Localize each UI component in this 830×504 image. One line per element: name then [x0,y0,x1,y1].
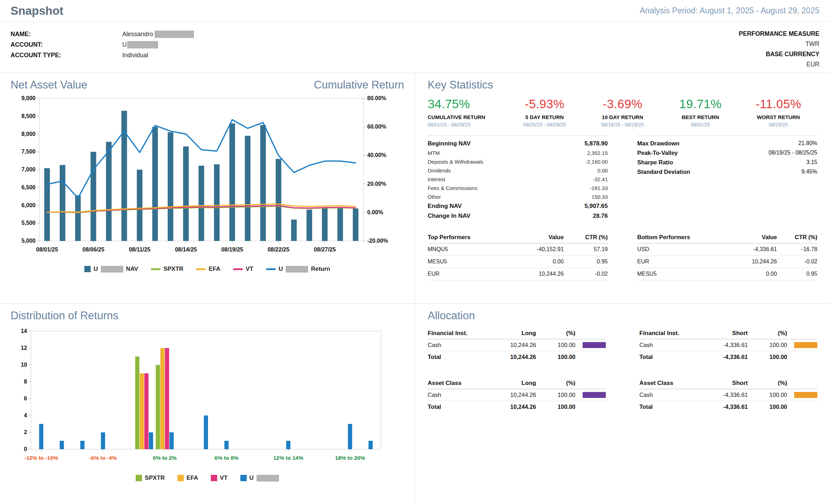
allocation-row-total: Total10,244.26100.00 [428,401,606,413]
svg-text:7,500: 7,500 [21,149,35,155]
allocation-grid: Financial Inst.Long(%)Cash10,244.26100.0… [428,328,817,413]
allocation-row-pct: 100.00 [536,404,576,410]
stat-best-return: 19.71%BEST RETURN08/01/25 [661,97,739,127]
stat-period: 08/25/25 - 08/29/25 [506,122,584,127]
performer-symbol: USD [637,243,732,256]
redacted-text [127,41,158,48]
legend-swatch-icon [266,268,276,270]
allocation-row-cash: Cash-4,336.61100.00 [640,339,818,351]
page-title: Snapshot [11,4,63,18]
svg-text:4: 4 [24,412,27,418]
nav-detail-table: Beginning NAV5,878.90MTM2,352.15Deposits… [428,135,608,221]
nav-section-titles: Net Asset Value Cumulative Return [11,79,404,91]
performers-section: Top PerformersValueCTR (%)MNQU5-40,152.9… [428,231,817,280]
redacted-text [257,475,279,482]
performer-value: 10,244.26 [511,268,564,280]
key-stats-headline: 34.75%CUMULATIVE RETURN08/01/25 - 08/29/… [428,97,817,127]
svg-text:5,000: 5,000 [21,238,35,244]
svg-text:6,500: 6,500 [21,184,35,190]
top-performers-table: Top PerformersValueCTR (%)MNQU5-40,152.9… [428,231,608,280]
performer-value: 0.00 [732,268,777,280]
svg-text:10: 10 [21,362,27,368]
nav-detail-row-deposits-withdrawals: Deposits & Withdrawals-2,160.00 [428,157,608,166]
allocation-row-value: -4,336.61 [686,392,748,398]
allocation-row-label: Cash [640,392,687,398]
allocation-row-pct: 100.00 [748,342,787,348]
stat-period: 08/01/25 - 08/29/25 [428,122,506,127]
legend-label: U [249,474,254,482]
key-stats-body: Beginning NAV5,878.90MTM2,352.15Deposits… [428,135,817,221]
distribution-title: Distribution of Returns [11,309,404,322]
legend-swatch-icon [211,475,217,481]
svg-text:08/01/25: 08/01/25 [36,247,58,253]
legend-item-vt: VT [211,474,228,482]
account-details: NAME:AlessandroACCOUNT:UACCOUNT TYPE:Ind… [11,29,194,73]
key-statistics-section: Key Statistics 34.75%CUMULATIVE RETURN08… [415,73,830,304]
risk-row-max-drawdown: Max Drawdown21.80% [637,139,818,148]
account-field-value: Individual [122,50,148,60]
column-header-bottom-performers: Bottom Performers [637,231,732,243]
allocation-row-total: Total-4,336.61100.00 [640,351,818,363]
legend-item-spxtr: SPXTR [136,474,165,482]
allocation-side-header: Short [686,380,748,387]
legend-item-efa: EFA [177,474,198,482]
legend-item-spxtr: SPXTR [151,266,183,273]
nav-detail-row-mtm: MTM2,352.15 [428,149,608,157]
svg-text:0% to 2%: 0% to 2% [153,455,177,461]
legend-swatch-icon [196,268,206,270]
stat-value: -3.69% [584,97,662,111]
account-row-account: ACCOUNT:U [11,39,194,50]
svg-text:9,000: 9,000 [21,95,35,101]
legend-label: Return [311,266,330,273]
row-value: -32.41 [593,176,608,182]
allocation-pct-header: (%) [536,380,576,387]
nav-detail-row-interest: Interest-32.41 [428,175,608,184]
distribution-section: Distribution of Returns 02468101214-12% … [0,304,415,504]
allocation-row-label: Total [640,404,687,410]
allocation-row-cash: Cash-4,336.61100.00 [640,389,818,401]
allocation-row-pct: 100.00 [536,392,576,398]
allocation-header-row: Asset ClassLong(%) [428,378,606,389]
legend-item-u-nav: UNAV [84,266,138,273]
account-field-value: U [122,39,158,50]
allocation-category-header: Asset Class [428,380,475,387]
nav-detail-row-beginning-nav: Beginning NAV5,878.90 [428,139,608,149]
column-header-ctr: CTR (%) [777,231,817,243]
legend-swatch-icon [233,268,243,270]
svg-text:6: 6 [24,395,27,401]
svg-text:7,000: 7,000 [21,166,35,172]
row-value: 5,907.65 [584,203,608,210]
svg-text:60.00%: 60.00% [367,124,386,130]
legend-label: EFA [187,474,198,482]
stat-label: 10 DAY RETURN [584,114,662,120]
legend-label: U [93,266,98,273]
allocation-row-value: 10,244.26 [475,354,536,360]
page-header: Snapshot Analysis Period: August 1, 2025… [0,0,830,22]
svg-text:08/14/25: 08/14/25 [175,247,197,253]
svg-text:-6% to -4%: -6% to -4% [89,455,117,461]
svg-text:-20.00%: -20.00% [367,238,388,244]
svg-text:12% to 14%: 12% to 14% [273,455,304,461]
allocation-row-value: -4,336.61 [686,404,748,410]
legend-label: EFA [209,266,220,273]
legend-label: SPXTR [145,474,165,482]
svg-text:6,000: 6,000 [21,202,35,208]
nav-title: Net Asset Value [11,79,87,91]
allocation-bar-gutter [576,392,606,398]
table-row: MESU50.000.95 [637,268,818,280]
column-header-value: Value [511,231,564,243]
row-label: Deposits & Withdrawals [428,159,483,165]
allocation-table-financial-inst-short: Financial Inst.Short(%)Cash-4,336.61100.… [640,328,818,363]
allocation-row-pct: 100.00 [536,342,576,348]
nav-detail-row-fees-commissions: Fees & Commissions-281.33 [428,184,608,192]
nav-detail-row-dividends: Dividends0.00 [428,166,608,175]
row-label: Change In NAV [428,212,471,220]
svg-text:0.00%: 0.00% [367,209,383,215]
allocation-pct-header: (%) [748,330,787,337]
stat-label: WORST RETURN [739,114,817,120]
allocation-row-pct: 100.00 [748,392,787,398]
row-value: 28.76 [593,212,608,220]
svg-text:8,500: 8,500 [21,113,35,119]
stat-value: 34.75% [428,97,506,111]
allocation-category-header: Financial Inst. [428,330,475,337]
